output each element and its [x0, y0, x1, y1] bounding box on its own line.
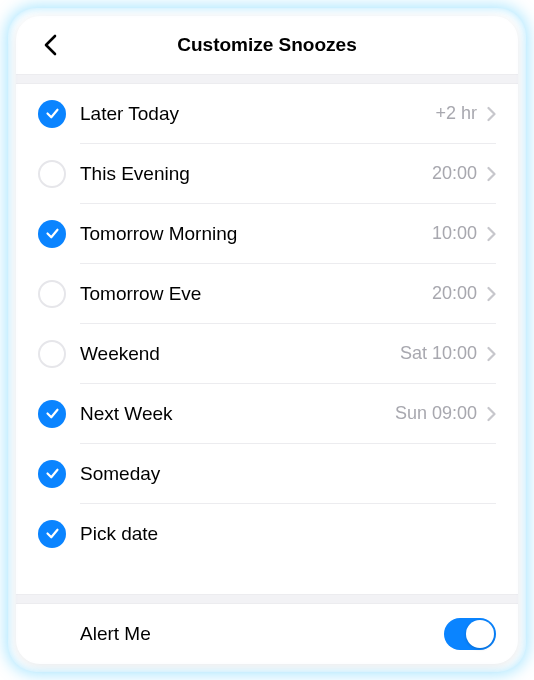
option-value: 20:00	[432, 163, 477, 184]
chevron-left-icon	[44, 34, 57, 56]
checkmark-icon	[45, 226, 60, 241]
snooze-option-row[interactable]: WeekendSat 10:00	[16, 324, 518, 383]
snooze-options-list: Later Today+2 hrThis Evening20:00Tomorro…	[16, 84, 518, 594]
chevron-right-icon	[487, 286, 496, 302]
option-checkbox[interactable]	[38, 460, 66, 488]
option-checkbox[interactable]	[38, 280, 66, 308]
chevron-right-icon	[487, 346, 496, 362]
option-value: Sun 09:00	[395, 403, 477, 424]
option-checkbox[interactable]	[38, 520, 66, 548]
option-checkbox[interactable]	[38, 100, 66, 128]
snooze-option-row[interactable]: Someday	[16, 444, 518, 503]
checkmark-icon	[45, 406, 60, 421]
option-label: Pick date	[80, 523, 496, 545]
option-value: 20:00	[432, 283, 477, 304]
snooze-option-row[interactable]: Tomorrow Eve20:00	[16, 264, 518, 323]
option-value: +2 hr	[435, 103, 477, 124]
snooze-option-row[interactable]: Pick date	[16, 504, 518, 563]
page-title: Customize Snoozes	[16, 34, 518, 56]
option-checkbox[interactable]	[38, 340, 66, 368]
section-divider	[16, 74, 518, 84]
chevron-right-icon	[487, 406, 496, 422]
snooze-option-row[interactable]: Later Today+2 hr	[16, 84, 518, 143]
option-label: Tomorrow Morning	[80, 223, 432, 245]
option-value: 10:00	[432, 223, 477, 244]
snooze-option-row[interactable]: This Evening20:00	[16, 144, 518, 203]
alert-me-row: Alert Me	[16, 604, 518, 664]
option-label: Tomorrow Eve	[80, 283, 432, 305]
header: Customize Snoozes	[16, 16, 518, 74]
chevron-right-icon	[487, 226, 496, 242]
option-label: Weekend	[80, 343, 400, 365]
option-checkbox[interactable]	[38, 220, 66, 248]
chevron-right-icon	[487, 106, 496, 122]
option-label: Someday	[80, 463, 496, 485]
back-button[interactable]	[34, 29, 66, 61]
option-value: Sat 10:00	[400, 343, 477, 364]
checkmark-icon	[45, 526, 60, 541]
option-label: Next Week	[80, 403, 395, 425]
option-label: Later Today	[80, 103, 435, 125]
alert-me-label: Alert Me	[80, 623, 444, 645]
snooze-option-row[interactable]: Next WeekSun 09:00	[16, 384, 518, 443]
option-label: This Evening	[80, 163, 432, 185]
toggle-knob	[466, 620, 494, 648]
chevron-right-icon	[487, 166, 496, 182]
settings-screen: Customize Snoozes Later Today+2 hrThis E…	[16, 16, 518, 664]
snooze-option-row[interactable]: Tomorrow Morning10:00	[16, 204, 518, 263]
section-divider	[16, 594, 518, 604]
option-checkbox[interactable]	[38, 400, 66, 428]
checkmark-icon	[45, 106, 60, 121]
option-checkbox[interactable]	[38, 160, 66, 188]
checkmark-icon	[45, 466, 60, 481]
alert-me-toggle[interactable]	[444, 618, 496, 650]
